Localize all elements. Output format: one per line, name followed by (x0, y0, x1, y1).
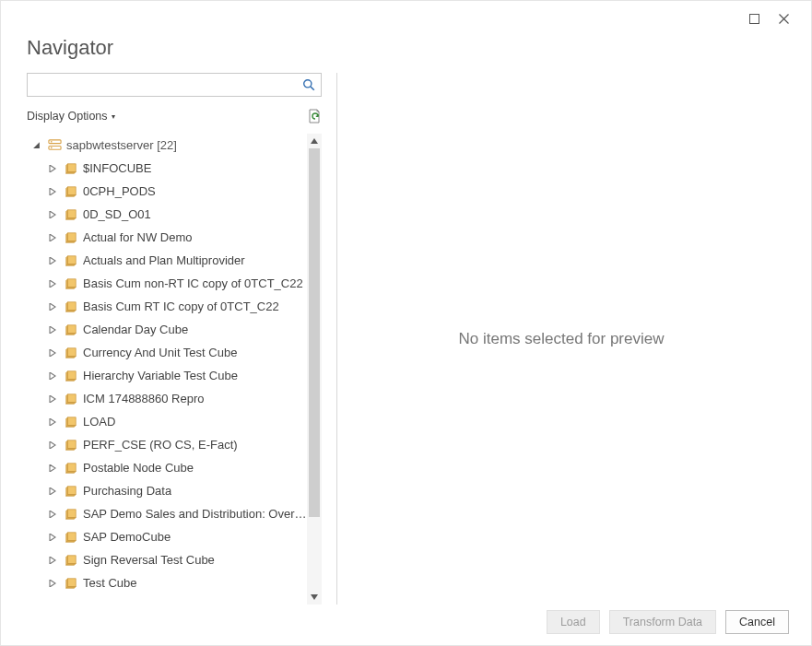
expand-icon[interactable] (47, 578, 58, 589)
cube-icon (64, 530, 78, 545)
expand-icon[interactable] (47, 509, 58, 520)
scrollbar[interactable] (307, 134, 322, 605)
header: Navigator (1, 36, 811, 73)
cube-icon (64, 576, 78, 591)
tree-item[interactable]: ICM 174888860 Repro (27, 387, 307, 410)
tree-item[interactable]: Basis Cum RT IC copy of 0TCT_C22 (27, 295, 307, 318)
expand-icon[interactable] (47, 393, 58, 405)
tree-item[interactable]: Calendar Day Cube (27, 318, 307, 341)
expand-icon[interactable] (47, 324, 58, 335)
display-options-label: Display Options (27, 110, 108, 123)
expand-icon[interactable] (47, 255, 58, 266)
expand-icon[interactable] (47, 347, 58, 358)
expand-icon[interactable] (47, 301, 58, 312)
tree-item-label: Basis Cum non-RT IC copy of 0TCT_C22 (83, 276, 303, 290)
tree-item[interactable]: Actual for NW Demo (27, 226, 307, 249)
preview-panel: No items selected for preview (337, 73, 785, 605)
tree-item[interactable]: PERF_CSE (RO CS, E-Fact) (27, 433, 307, 456)
tree-item[interactable]: $INFOCUBE (27, 157, 307, 180)
chevron-up-icon (311, 138, 318, 144)
cube-icon (64, 253, 78, 268)
maximize-icon (749, 14, 759, 24)
tree-item-label: PERF_CSE (RO CS, E-Fact) (83, 438, 238, 452)
tree-item-label: Actual for NW Demo (83, 230, 192, 244)
expand-icon[interactable] (47, 163, 58, 174)
tree-root-row[interactable]: sapbwtestserver [22] (27, 134, 307, 157)
tree-item[interactable]: 0D_SD_O01 (27, 203, 307, 226)
cancel-button[interactable]: Cancel (725, 610, 789, 634)
tree-item-label: Hierarchy Variable Test Cube (83, 369, 238, 382)
svg-point-5 (50, 141, 52, 143)
search-button[interactable] (297, 74, 321, 96)
preview-empty-message: No items selected for preview (459, 330, 665, 348)
expand-icon[interactable] (47, 278, 58, 289)
tree-item[interactable]: Purchasing Data (27, 479, 307, 502)
tree-item-label: ICM 174888860 Repro (83, 392, 205, 405)
tree-item[interactable]: LOAD (27, 410, 307, 433)
page-title: Navigator (27, 36, 785, 60)
expand-icon[interactable] (47, 532, 58, 543)
expand-icon[interactable] (47, 555, 58, 566)
tree-viewport: sapbwtestserver [22] $INFOCUBE0CPH_PODS0… (27, 134, 307, 605)
refresh-button[interactable] (307, 109, 322, 123)
cube-icon (64, 346, 78, 360)
cube-icon (64, 553, 78, 568)
expand-icon[interactable] (47, 417, 58, 428)
tree-item-label: Test Cube (83, 576, 137, 590)
tree: sapbwtestserver [22] $INFOCUBE0CPH_PODS0… (27, 134, 307, 594)
tree-item-label: Currency And Unit Test Cube (83, 346, 237, 359)
refresh-icon (307, 109, 322, 123)
svg-line-2 (311, 87, 314, 90)
tree-item[interactable]: Basis Cum non-RT IC copy of 0TCT_C22 (27, 272, 307, 295)
display-options-dropdown[interactable]: Display Options ▾ (27, 110, 115, 123)
cube-icon (64, 184, 78, 199)
cube-icon (64, 207, 78, 222)
options-row: Display Options ▾ (27, 106, 322, 126)
close-icon (779, 14, 789, 24)
server-icon (47, 138, 62, 153)
tree-item[interactable]: SAP Demo Sales and Distribution: Overvie… (27, 502, 307, 525)
search-input[interactable] (28, 75, 297, 95)
cube-icon (64, 161, 78, 176)
cube-icon (64, 230, 78, 245)
cube-icon (64, 392, 78, 406)
cube-icon (64, 323, 78, 337)
transform-data-button[interactable]: Transform Data (609, 610, 716, 634)
tree-item-label: Postable Node Cube (83, 461, 194, 475)
tree-item-label: Purchasing Data (83, 484, 171, 498)
cube-icon (64, 484, 78, 499)
tree-item[interactable]: Postable Node Cube (27, 456, 307, 479)
tree-item[interactable]: Hierarchy Variable Test Cube (27, 364, 307, 387)
tree-item-label: Calendar Day Cube (83, 323, 188, 336)
expand-icon[interactable] (47, 370, 58, 382)
tree-item[interactable]: SAP DemoCube (27, 525, 307, 548)
tree-item[interactable]: Sign Reversal Test Cube (27, 548, 307, 571)
footer: Load Transform Data Cancel (1, 599, 811, 645)
svg-rect-4 (48, 146, 60, 149)
tree-item[interactable]: Currency And Unit Test Cube (27, 341, 307, 364)
maximize-button[interactable] (739, 6, 769, 31)
load-button[interactable]: Load (547, 610, 600, 634)
tree-item-label: $INFOCUBE (83, 161, 151, 175)
tree-item[interactable]: 0CPH_PODS (27, 180, 307, 203)
svg-point-6 (50, 147, 52, 148)
tree-item-label: LOAD (83, 415, 115, 429)
expand-icon[interactable] (47, 232, 58, 243)
expand-icon[interactable] (47, 486, 58, 497)
scroll-up-button[interactable] (307, 134, 322, 148)
tree-item[interactable]: Test Cube (27, 571, 307, 594)
expand-icon[interactable] (47, 463, 58, 474)
titlebar (1, 1, 811, 36)
tree-item[interactable]: Actuals and Plan Multiprovider (27, 249, 307, 272)
dialog-body: Display Options ▾ (1, 73, 811, 605)
expand-icon[interactable] (47, 186, 58, 197)
close-button[interactable] (769, 6, 798, 31)
expand-icon[interactable] (47, 209, 58, 220)
tree-item-label: Basis Cum RT IC copy of 0TCT_C22 (83, 300, 279, 313)
collapse-icon[interactable] (30, 140, 41, 151)
scroll-thumb[interactable] (309, 148, 320, 517)
tree-container: sapbwtestserver [22] $INFOCUBE0CPH_PODS0… (27, 134, 322, 605)
svg-point-1 (304, 80, 312, 88)
expand-icon[interactable] (47, 440, 58, 451)
chevron-down-icon: ▾ (112, 112, 115, 121)
